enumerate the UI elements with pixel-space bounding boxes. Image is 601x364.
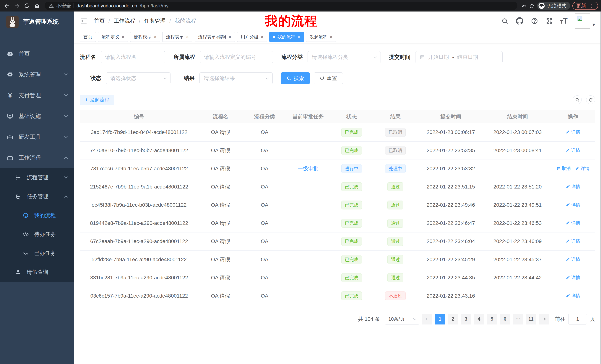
github-icon[interactable]: [516, 17, 523, 25]
status-select[interactable]: 请选择状态: [106, 72, 170, 84]
close-icon[interactable]: ×: [229, 35, 231, 39]
page-button-11[interactable]: 11: [526, 314, 536, 325]
chevron-down-icon: [164, 76, 167, 79]
detail-link[interactable]: 详情: [566, 147, 580, 153]
detail-link[interactable]: 详情: [566, 202, 580, 208]
cancel-link[interactable]: 取消: [556, 165, 571, 172]
sidebar-item-task-management[interactable]: 任务管理: [0, 187, 74, 206]
close-icon[interactable]: ×: [186, 35, 189, 39]
scrollbar[interactable]: [600, 11, 601, 364]
close-icon[interactable]: ×: [298, 35, 300, 39]
url-host[interactable]: dashboard.yudao.iocoder.cn: [77, 3, 137, 9]
address-bar[interactable]: 不安全 dashboard.yudao.iocoder.cn/bpm/task/…: [45, 2, 517, 10]
avatar[interactable]: [575, 13, 590, 29]
update-label[interactable]: 更新: [576, 2, 586, 9]
sidebar-item-process-management[interactable]: 流程管理: [0, 168, 74, 187]
result-select[interactable]: 请选择流结果: [200, 72, 273, 84]
detail-link[interactable]: 详情: [575, 165, 590, 172]
status-badge: 已完成: [341, 255, 362, 264]
breadcrumb-home[interactable]: 首页: [94, 17, 105, 25]
sidebar-item-leave-query[interactable]: 请假查询: [0, 263, 74, 282]
cell-result: 已取消: [373, 141, 417, 160]
url-path[interactable]: /bpm/task/my: [140, 3, 169, 9]
password-key-icon[interactable]: [521, 3, 527, 9]
breadcrumb-workflow[interactable]: 工作流程: [114, 17, 135, 25]
sidebar-logo-row[interactable]: 芋道管理系统: [0, 11, 74, 32]
process-category-select[interactable]: 请选择流程分类: [308, 51, 381, 63]
search-icon[interactable]: [501, 17, 509, 25]
detail-link[interactable]: 详情: [566, 238, 580, 244]
page-button-3[interactable]: 3: [461, 314, 471, 325]
sidebar-item-infrastructure[interactable]: 基础设施: [0, 106, 74, 126]
fullscreen-icon[interactable]: [545, 17, 553, 25]
sidebar-item-workflow[interactable]: 工作流程: [0, 147, 74, 168]
tab-process-form[interactable]: 流程表单×: [162, 32, 192, 42]
start-process-button[interactable]: + 发起流程: [80, 95, 114, 105]
refresh-table-button[interactable]: [586, 95, 595, 104]
task-link[interactable]: 一级审批: [298, 166, 319, 172]
detail-link[interactable]: 详情: [566, 129, 580, 135]
breadcrumb-task-management[interactable]: 任务管理: [144, 17, 166, 25]
sidebar-item-my-process[interactable]: 我的流程: [0, 206, 74, 225]
tab-home[interactable]: 首页: [80, 32, 96, 42]
goto-page-input[interactable]: [568, 314, 587, 325]
bookmark-star-icon[interactable]: [529, 3, 535, 9]
page-ellipsis[interactable]: ···: [513, 314, 523, 325]
process-category-label: 流程分类: [281, 53, 303, 61]
page-button-6[interactable]: 6: [500, 314, 510, 325]
tab-start-process[interactable]: 发起流程×: [306, 32, 336, 42]
sidebar-item-label: 首页: [19, 50, 67, 58]
show-search-toggle-button[interactable]: [573, 95, 582, 104]
browser-reload-icon[interactable]: [23, 2, 31, 10]
sidebar-item-done-tasks[interactable]: 已办任务: [0, 244, 74, 263]
tab-user-group[interactable]: 用户分组×: [237, 32, 267, 42]
not-secure-warning-icon[interactable]: [49, 3, 54, 8]
submit-time-range-picker[interactable]: 开始日期 - 结束日期: [415, 51, 502, 63]
detail-link[interactable]: 详情: [566, 256, 580, 262]
start-date-placeholder[interactable]: 开始日期: [428, 54, 449, 61]
prev-page-button[interactable]: [421, 314, 432, 325]
date-separator: -: [452, 54, 454, 60]
page-button-5[interactable]: 5: [487, 314, 497, 325]
page-button-2[interactable]: 2: [448, 314, 458, 325]
process-name-input[interactable]: [101, 51, 165, 63]
browser-forward-icon[interactable]: [13, 2, 21, 10]
page-button-1[interactable]: 1: [435, 314, 445, 325]
page-size-select[interactable]: 10条/页: [385, 314, 419, 325]
tab-process-form-edit[interactable]: 流程表单-编辑×: [195, 32, 235, 42]
detail-link[interactable]: 详情: [566, 220, 580, 226]
not-secure-label[interactable]: 不安全: [56, 3, 71, 9]
sidebar-item-dev-tools[interactable]: 研发工具: [0, 126, 74, 147]
end-date-placeholder[interactable]: 结束日期: [457, 54, 478, 61]
avatar-caret-icon[interactable]: ▾: [592, 21, 595, 28]
close-icon[interactable]: ×: [261, 35, 263, 39]
tab-process-definition[interactable]: 流程定义×: [98, 32, 128, 42]
sidebar-collapse-icon[interactable]: [80, 17, 88, 25]
edit-icon: [566, 130, 570, 134]
font-size-icon[interactable]: TT: [560, 18, 568, 24]
reset-button[interactable]: 重置: [314, 72, 343, 84]
sidebar-item-payment-management[interactable]: ¥支付管理: [0, 85, 74, 106]
close-icon[interactable]: ×: [154, 35, 157, 39]
detail-link[interactable]: 详情: [566, 293, 580, 299]
help-icon[interactable]: [531, 17, 538, 25]
detail-link[interactable]: 详情: [566, 275, 580, 280]
sidebar-item-home[interactable]: 首页: [0, 43, 74, 64]
page-button-4[interactable]: 4: [474, 314, 484, 325]
tab-process-model[interactable]: 流程模型×: [130, 32, 160, 42]
tab-my-process[interactable]: 我的流程×: [269, 32, 304, 42]
browser-home-icon[interactable]: [33, 2, 41, 10]
browser-back-icon[interactable]: [3, 2, 11, 10]
close-icon[interactable]: ×: [330, 35, 332, 39]
process-definition-input[interactable]: [200, 51, 273, 63]
sidebar-item-label: 我的流程: [34, 212, 67, 219]
browser-menu-dots-icon[interactable]: ⋮: [589, 3, 594, 9]
search-button[interactable]: 搜索: [281, 72, 310, 84]
sidebar-item-system-management[interactable]: 系统管理: [0, 64, 74, 85]
detail-link[interactable]: 详情: [566, 184, 580, 190]
close-icon[interactable]: ×: [122, 35, 124, 39]
next-page-button[interactable]: [539, 314, 549, 325]
sidebar-item-todo-tasks[interactable]: 待办任务: [0, 225, 74, 244]
cell-result: 通过: [373, 214, 417, 232]
browser-update-button[interactable]: 更新 ⋮: [572, 2, 598, 10]
